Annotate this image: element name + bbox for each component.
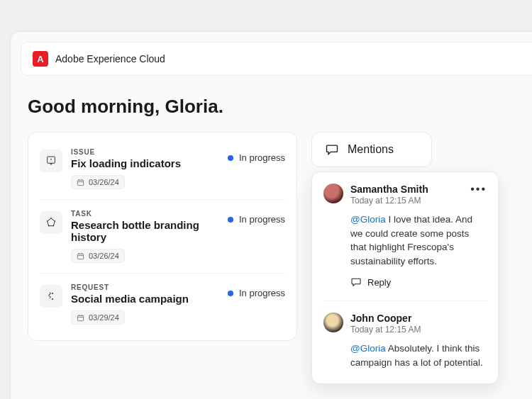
task-icon [40, 211, 62, 234]
svg-point-2 [51, 162, 52, 162]
svg-point-17 [52, 293, 53, 294]
calendar-icon [77, 179, 84, 186]
mentions-card[interactable]: Mentions [311, 132, 432, 167]
avatar [323, 184, 343, 203]
task-status-label: In progress [239, 152, 285, 163]
adobe-logo-icon: A [33, 51, 48, 67]
mention-item: Samantha Smith Today at 12:15 AM ••• @Gl… [323, 184, 487, 300]
task-status-label: In progress [239, 214, 285, 225]
task-date-chip: 03/26/24 [71, 175, 125, 189]
workspace: ISSUE Fix loading indicators 03/26/24 In… [11, 132, 532, 358]
mention-at[interactable]: @Gloria [350, 214, 386, 225]
mention-body: Samantha Smith Today at 12:15 AM ••• @Gl… [350, 184, 487, 288]
svg-rect-13 [77, 254, 83, 259]
task-date-chip: 03/29/24 [71, 310, 125, 325]
task-type: REQUEST [71, 283, 219, 291]
mention-time: Today at 12:15 AM [350, 196, 428, 206]
reply-icon [350, 276, 362, 288]
task-row[interactable]: REQUEST Social media campaign 03/29/24 I… [40, 274, 285, 335]
tasks-card: ISSUE Fix loading indicators 03/26/24 In… [28, 132, 297, 341]
mention-item: John Cooper Today at 12:15 AM @Gloria Ab… [323, 300, 487, 369]
avatar [323, 313, 343, 332]
app-frame: A Adobe Experience Cloud Good morning, G… [10, 31, 532, 399]
task-status-label: In progress [239, 288, 285, 298]
task-row[interactable]: TASK Research bottle branding history 03… [40, 200, 285, 274]
task-status: In progress [228, 152, 285, 163]
svg-point-8 [50, 218, 52, 219]
mention-author: John Cooper [350, 313, 421, 324]
task-type: ISSUE [71, 148, 219, 156]
request-icon [40, 285, 62, 308]
mention-text: @Gloria I love that idea. And we could c… [350, 213, 487, 268]
status-dot-icon [228, 291, 233, 296]
issue-icon [40, 150, 62, 172]
task-body: ISSUE Fix loading indicators 03/26/24 [71, 148, 219, 189]
task-date-chip: 03/26/24 [71, 249, 125, 263]
task-title: Research bottle branding history [71, 219, 219, 243]
header-bar: A Adobe Experience Cloud [21, 42, 532, 76]
task-title: Fix loading indicators [71, 157, 219, 169]
task-status: In progress [228, 214, 285, 225]
task-date: 03/26/24 [89, 252, 119, 260]
mention-text: @Gloria Absolutely. I think this campaig… [350, 342, 487, 369]
svg-point-10 [53, 225, 55, 227]
svg-rect-19 [77, 315, 83, 320]
calendar-icon [77, 252, 84, 260]
reply-label: Reply [367, 277, 391, 288]
reply-button[interactable]: Reply [350, 276, 487, 288]
mention-at[interactable]: @Gloria [350, 343, 386, 354]
svg-point-11 [48, 225, 50, 227]
status-dot-icon [228, 217, 233, 223]
task-row[interactable]: ISSUE Fix loading indicators 03/26/24 In… [40, 138, 285, 200]
task-body: TASK Research bottle branding history 03… [71, 210, 219, 263]
mentions-popover: Samantha Smith Today at 12:15 AM ••• @Gl… [311, 172, 499, 384]
mention-body: John Cooper Today at 12:15 AM @Gloria Ab… [350, 313, 487, 369]
status-dot-icon [228, 155, 233, 161]
svg-point-12 [47, 220, 48, 222]
svg-point-9 [55, 220, 56, 222]
mention-author: Samantha Smith [350, 184, 428, 195]
task-type: TASK [71, 210, 219, 218]
mention-time: Today at 12:15 AM [350, 325, 421, 335]
page-title: Good morning, Gloria. [28, 96, 532, 118]
task-date: 03/29/24 [89, 313, 119, 322]
svg-point-18 [52, 298, 53, 300]
svg-rect-3 [77, 180, 83, 185]
comment-icon [325, 142, 339, 157]
task-body: REQUEST Social media campaign 03/29/24 [71, 283, 219, 325]
more-button[interactable]: ••• [470, 184, 487, 195]
calendar-icon [77, 314, 84, 322]
task-status: In progress [228, 288, 285, 298]
task-title: Social media campaign [71, 293, 219, 305]
mentions-title: Mentions [348, 143, 394, 156]
svg-marker-7 [48, 218, 55, 226]
brand-name: Adobe Experience Cloud [55, 53, 165, 64]
mentions-column: Mentions Samantha Smith Today at 12:15 A… [311, 132, 432, 167]
task-date: 03/26/24 [89, 178, 119, 186]
